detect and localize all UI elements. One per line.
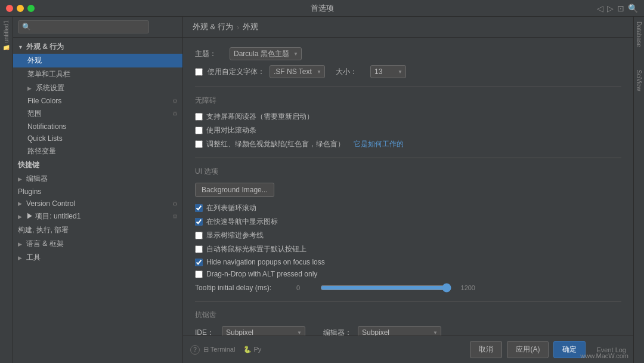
right-panels: Database SciView — [633, 17, 644, 363]
search-icon[interactable]: 🔍 — [628, 4, 638, 13]
ui-item-0: 在列表循环滚动 — [195, 203, 621, 213]
sidebar-item-appearance[interactable]: 外观 — [13, 54, 182, 67]
py-btn[interactable]: 🐍 Py — [243, 346, 261, 353]
sidebar-item-build[interactable]: 构建, 执行, 部署 — [13, 223, 182, 237]
ide-aa-select[interactable]: Subpixel Greyscale No antialiasing — [222, 326, 305, 336]
tooltip-max: 1200 — [457, 284, 475, 291]
editor-aa-select[interactable]: Subpixel Greyscale No antialiasing — [358, 326, 441, 336]
theme-row: 主题： Darcula 黑色主题 IntelliJ High contrast — [195, 47, 621, 60]
forward-icon[interactable]: ▷ — [607, 4, 614, 13]
sidebar-item-quick-lists[interactable]: Quick Lists — [13, 133, 182, 144]
ide-aa-label: IDE： — [195, 328, 216, 336]
breadcrumb-separator: › — [237, 23, 239, 32]
window-controls — [6, 5, 35, 12]
screen-reader-label: 支持屏幕阅读器（需要重新启动） — [206, 112, 314, 122]
sidebar-item-file-colors[interactable]: File Colors ⚙ — [13, 95, 182, 107]
sidebar-item-appearance-behavior[interactable]: ▼ 外观 & 行为 — [13, 40, 182, 54]
auto-cursor-checkbox[interactable] — [195, 245, 203, 253]
ui-section-title: UI 选项 — [195, 167, 621, 177]
divider-ui — [195, 158, 621, 158]
sidebar-item-label: 语言 & 框架 — [26, 239, 178, 249]
maximize-button[interactable] — [27, 5, 35, 12]
settings-content: 主题： Darcula 黑色主题 IntelliJ High contrast … — [183, 38, 633, 336]
breadcrumb-part1: 外观 & 行为 — [193, 21, 233, 32]
left-toolbar: 📁 untitled1 — [0, 17, 13, 363]
settings-icon: ⚙ — [172, 98, 178, 104]
hide-nav-label: Hide navigation popups on focus loss — [206, 258, 325, 266]
color-blind-checkbox[interactable] — [195, 140, 203, 148]
settings-sidebar: ▼ 外观 & 行为 外观 菜单和工具栏 ▶ 系统设置 File Colors ⚙ — [13, 17, 183, 363]
background-image-button[interactable]: Background Image... — [195, 183, 274, 197]
sidebar-item-editor[interactable]: ▶ 编辑器 — [13, 172, 182, 186]
close-button[interactable] — [6, 5, 13, 12]
settings-icon: ⚙ — [172, 110, 178, 117]
sciview-panel-tab[interactable]: SciView — [634, 67, 643, 93]
cancel-button[interactable]: 取消 — [470, 341, 502, 358]
database-panel-tab[interactable]: Database — [634, 19, 643, 50]
titlebar: 首选项 ◁ ▷ ⊡ 🔍 — [0, 0, 644, 17]
tooltip-slider[interactable] — [320, 283, 451, 293]
sidebar-item-version-control[interactable]: ▶ Version Control ⚙ — [13, 198, 182, 210]
minimize-button[interactable] — [17, 5, 24, 12]
contrast-scrollbar-label: 使用对比滚动条 — [206, 125, 256, 136]
bottom-action-bar: ? ⊟ Terminal 🐍 Py 取消 应用(A) 确定 Event Log — [183, 336, 633, 363]
terminal-btn[interactable]: ⊟ Terminal — [203, 346, 235, 353]
font-size-select-wrapper: 13 11 12 14 — [370, 65, 406, 78]
sidebar-item-lang[interactable]: ▶ 语言 & 框架 — [13, 237, 182, 251]
font-size-label: 大小： — [336, 67, 366, 77]
sidebar-item-label: Quick Lists — [27, 134, 178, 143]
accessibility-section-title: 无障碍 — [195, 96, 621, 106]
indent-guides-checkbox[interactable] — [195, 232, 203, 239]
aa-section-title: 抗锯齿 — [195, 310, 621, 320]
custom-font-checkbox[interactable] — [195, 68, 203, 76]
breadcrumb: 外观 & 行为 › 外观 — [183, 17, 633, 38]
editor-aa-label: 编辑器： — [323, 328, 352, 336]
sidebar-item-project[interactable]: ▶ ▶ 项目: untitled1 ⚙ — [13, 210, 182, 223]
sidebar-item-label: 菜单和工具栏 — [27, 69, 178, 79]
expand-arrow-icon: ▶ — [18, 214, 24, 220]
sidebar-item-system-settings[interactable]: ▶ 系统设置 — [13, 81, 182, 95]
sidebar-item-plugins[interactable]: Plugins — [13, 186, 182, 198]
font-select-wrapper: .SF NS Text — [270, 65, 325, 78]
split-icon[interactable]: ⊡ — [617, 4, 624, 13]
sidebar-item-label: 范围 — [27, 109, 169, 119]
sidebar-item-label: 工具 — [26, 253, 178, 263]
screen-reader-checkbox[interactable] — [195, 113, 203, 121]
ui-item-2: 显示树缩进参考线 — [195, 230, 621, 241]
font-select[interactable]: .SF NS Text — [270, 65, 325, 78]
search-input[interactable] — [18, 20, 149, 33]
accessibility-item-2: 调整红、绿颜色视觉缺陷(红色盲，绿色盲） 它是如何工作的 — [195, 139, 621, 149]
font-size-select[interactable]: 13 11 12 14 — [370, 65, 406, 78]
ui-item-3: 自动将鼠标光标置于默认按钮上 — [195, 244, 621, 254]
sidebar-item-notifications[interactable]: Notifications — [13, 121, 182, 133]
sidebar-item-label: 系统设置 — [36, 83, 178, 93]
accessibility-item-0: 支持屏幕阅读器（需要重新启动） — [195, 112, 621, 122]
auto-cursor-label: 自动将鼠标光标置于默认按钮上 — [206, 244, 306, 254]
contrast-scrollbar-checkbox[interactable] — [195, 127, 203, 134]
settings-icon: ⚙ — [172, 213, 178, 220]
sidebar-item-menus-toolbars[interactable]: 菜单和工具栏 — [13, 67, 182, 81]
sidebar-item-label: Plugins — [18, 187, 178, 196]
apply-button[interactable]: 应用(A) — [507, 341, 549, 358]
list-cycle-checkbox[interactable] — [195, 204, 203, 212]
help-icon[interactable]: ? — [190, 345, 200, 355]
sidebar-item-label: 外观 — [27, 56, 178, 66]
expand-arrow-icon: ▶ — [18, 241, 24, 247]
back-icon[interactable]: ◁ — [597, 4, 603, 13]
sidebar-item-scope[interactable]: 范围 ⚙ — [13, 107, 182, 121]
sidebar-item-shortcuts[interactable]: 快捷键 — [13, 158, 182, 172]
drag-n-drop-checkbox[interactable] — [195, 270, 203, 278]
how-it-works-link[interactable]: 它是如何工作的 — [354, 139, 404, 149]
list-cycle-label: 在列表循环滚动 — [206, 203, 256, 213]
sidebar-item-path-variables[interactable]: 路径变量 — [13, 144, 182, 158]
sidebar-item-label: 编辑器 — [26, 174, 178, 184]
expand-arrow-icon: ▶ — [27, 85, 33, 91]
hide-nav-checkbox[interactable] — [195, 259, 203, 266]
breadcrumb-part2: 外观 — [243, 21, 258, 32]
sidebar-item-label: Version Control — [26, 199, 169, 208]
font-label: 使用自定义字体： — [208, 67, 265, 77]
sidebar-item-tools[interactable]: ▶ 工具 — [13, 251, 182, 264]
sidebar-item-label: 外观 & 行为 — [26, 42, 178, 52]
theme-select[interactable]: Darcula 黑色主题 IntelliJ High contrast — [230, 47, 302, 60]
show-icons-checkbox[interactable] — [195, 218, 203, 226]
